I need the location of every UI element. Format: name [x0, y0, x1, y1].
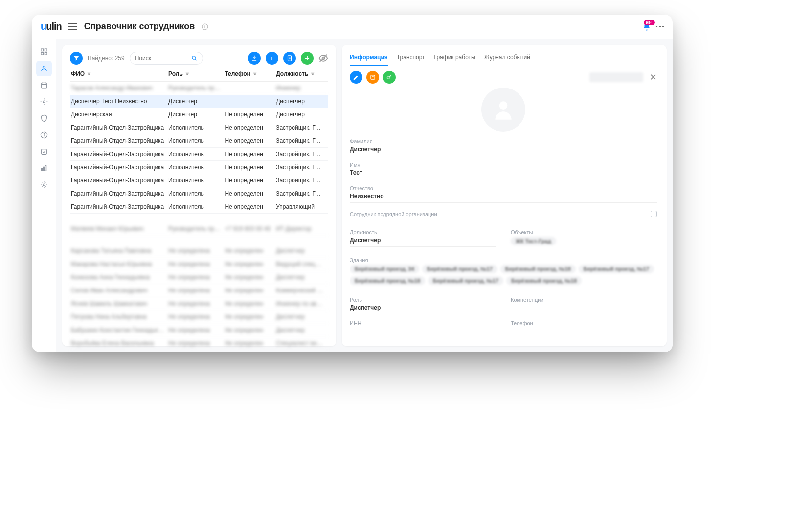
tab-schedule[interactable]: График работы [434, 50, 475, 66]
table-row[interactable]: Воробьёва Елена ВасильевнаНе определенаН… [70, 337, 328, 350]
cell-position: Застройщик. Гарант [276, 124, 327, 131]
cell-role: Не определена [168, 261, 225, 267]
cell-role: Исполнитель [168, 190, 225, 197]
doc-icon [286, 55, 293, 62]
rail-item-info[interactable] [36, 127, 52, 143]
status-placeholder [589, 72, 643, 82]
cell-role: Диспетчер [168, 111, 225, 118]
menu-toggle-icon[interactable] [68, 23, 77, 30]
close-detail-button[interactable]: ✕ [647, 71, 659, 83]
col-fio[interactable]: ФИО [71, 70, 168, 77]
building-chip: Берёзовый проезд, №18 [506, 276, 582, 285]
table-row[interactable]: Конюхова Анна ГеннадьевнаНе определенаНе… [70, 271, 328, 284]
table-row[interactable]: ДиспетчерскаяДиспетчерНе определенДиспет… [70, 108, 328, 121]
more-menu-button[interactable] [656, 26, 664, 27]
tab-transport[interactable]: Транспорт [397, 50, 425, 66]
table-row[interactable]: Гарантийный-Отдел-ЗастройщикаИсполнитель… [70, 200, 328, 214]
tab-log[interactable]: Журнал событий [484, 50, 530, 66]
label-objects: Объекты [511, 229, 657, 235]
shield-icon [40, 114, 48, 122]
rail-item-staff[interactable] [36, 61, 52, 76]
cell-position: Коммерческий дирек [276, 287, 327, 294]
table-row[interactable]: Яснев Шамиль ШамкатовичНе определенаНе о… [70, 297, 328, 311]
rail-item-settings-mini[interactable] [36, 94, 52, 110]
svg-point-32 [499, 101, 508, 110]
table-row[interactable]: Диспетчер Тест НеизвестноДиспетчерДиспет… [70, 95, 328, 108]
cell-position: Диспетчер [276, 111, 327, 118]
label-phone: Телефон [511, 320, 657, 326]
cell-phone: Не определен [225, 287, 276, 294]
notifications-button[interactable]: 99+ [642, 22, 651, 31]
cell-phone: Не определен [225, 340, 276, 347]
cell-position: Застройщик. Гарант [276, 190, 327, 197]
gear-icon [40, 181, 48, 189]
table-row[interactable]: Силов Иван АлександровичНе определенаНе … [70, 284, 328, 297]
visibility-toggle-icon[interactable] [318, 53, 328, 63]
sort-icon [185, 71, 190, 76]
rail-item-shield[interactable] [36, 111, 52, 126]
info-icon[interactable] [202, 23, 208, 30]
svg-point-2 [205, 25, 206, 26]
table-row[interactable]: Петрова Нина АльбертовнаНе определенаНе … [70, 311, 328, 324]
cell-position: Специалист внутренн [276, 340, 327, 347]
cell-fio: Матвеев Михаил Юрьевич [71, 225, 168, 232]
cell-role: Не определена [168, 313, 225, 320]
label-middlename: Отчество [350, 185, 657, 191]
add-button[interactable] [301, 52, 314, 65]
table-row[interactable]: Гарантийный-Отдел-ЗастройщикаИсполнитель… [70, 174, 328, 187]
cell-fio: Гарантийный-Отдел-Застройщика [71, 164, 168, 171]
search-input-wrapper[interactable] [130, 52, 203, 65]
archive-icon [369, 74, 376, 81]
key-icon [386, 74, 393, 81]
table-row[interactable]: Гарантийный-Отдел-ЗастройщикаИсполнитель… [70, 121, 328, 134]
rail-item-gear[interactable] [36, 177, 52, 193]
label-competencies: Компетенции [511, 297, 657, 303]
rail-item-calendar[interactable] [36, 77, 52, 93]
rail-item-chart[interactable] [36, 160, 52, 176]
cell-role: Не определена [168, 287, 225, 294]
edit-button[interactable] [350, 71, 362, 84]
cell-fio: Воробьёва Елена Васильевна [71, 340, 168, 347]
cell-position: Диспетчер [276, 247, 327, 254]
export-button[interactable] [248, 52, 261, 65]
cell-position: Застройщик. Гарант [276, 151, 327, 157]
col-role[interactable]: Роль [168, 70, 225, 77]
table-row[interactable]: Гарантийный-Отдел-ЗастройщикаИсполнитель… [70, 161, 328, 174]
table-row[interactable]: Тарасов Александр ИвановичРуководитель п… [70, 82, 328, 95]
cell-role: Исполнитель [168, 203, 225, 210]
table-row[interactable]: Матвеев Михаил ЮрьевичРуководитель проек… [70, 222, 328, 236]
svg-point-21 [192, 56, 195, 59]
notification-badge: 99+ [644, 20, 655, 25]
table-row[interactable]: Гарантийный-Отдел-ЗастройщикаИсполнитель… [70, 134, 328, 148]
label-lastname: Фамилия [350, 138, 657, 144]
building-chip: Берёзовый проезд, №18 [500, 265, 576, 273]
cell-fio: Гарантийный-Отдел-Застройщика [71, 124, 168, 131]
col-position[interactable]: Должность [276, 70, 327, 77]
cell-phone: Не определен [225, 327, 276, 333]
plus-icon [304, 55, 311, 62]
table-row[interactable]: Карсакова Татьяна ПавловнаНе определенаН… [70, 244, 328, 258]
table-body: Тарасов Александр ИвановичРуководитель п… [70, 82, 328, 350]
doc-button[interactable] [283, 52, 296, 65]
rail-item-checkbox[interactable] [36, 144, 52, 159]
table-row[interactable]: Гарантийный-Отдел-ЗастройщикаИсполнитель… [70, 148, 328, 161]
col-phone[interactable]: Телефон [225, 70, 276, 77]
staff-icon [40, 65, 48, 72]
archive-button[interactable] [366, 71, 379, 84]
value-position: Диспетчер [350, 237, 496, 247]
table-row[interactable]: Гарантийный-Отдел-ЗастройщикаИсполнитель… [70, 187, 328, 200]
object-chip: ЖК Тест-Град [511, 237, 556, 245]
rail-item-dashboard[interactable] [36, 44, 52, 60]
key-button[interactable] [383, 71, 396, 84]
table-row[interactable]: Макарова Настасья ЮрьевнаНе определенаНе… [70, 258, 328, 271]
search-input[interactable] [135, 55, 191, 62]
tab-info[interactable]: Информация [350, 50, 388, 66]
filter-button[interactable] [70, 52, 83, 65]
svg-point-31 [387, 77, 389, 79]
cell-phone: Не определен [225, 137, 276, 144]
cell-role: Не определена [168, 340, 225, 347]
nav-rail [32, 39, 56, 352]
template-button[interactable]: T [266, 52, 278, 65]
contractor-checkbox[interactable] [651, 211, 657, 217]
table-row[interactable]: Бабушкин Константин ГеннадьевичНе опреде… [70, 324, 328, 337]
